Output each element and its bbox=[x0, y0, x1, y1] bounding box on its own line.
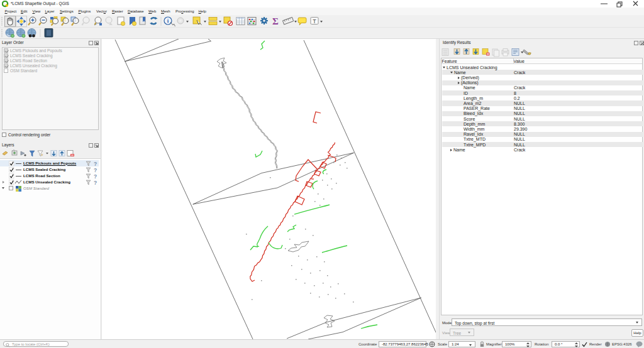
svg-text:?: ? bbox=[94, 161, 97, 166]
svg-text:?: ? bbox=[94, 180, 97, 185]
svg-text:?: ? bbox=[94, 173, 97, 179]
svg-text:?: ? bbox=[94, 167, 97, 173]
svg-text:T: T bbox=[313, 18, 316, 24]
svg-text:Σ: Σ bbox=[272, 16, 279, 26]
svg-text:ε: ε bbox=[42, 153, 43, 156]
